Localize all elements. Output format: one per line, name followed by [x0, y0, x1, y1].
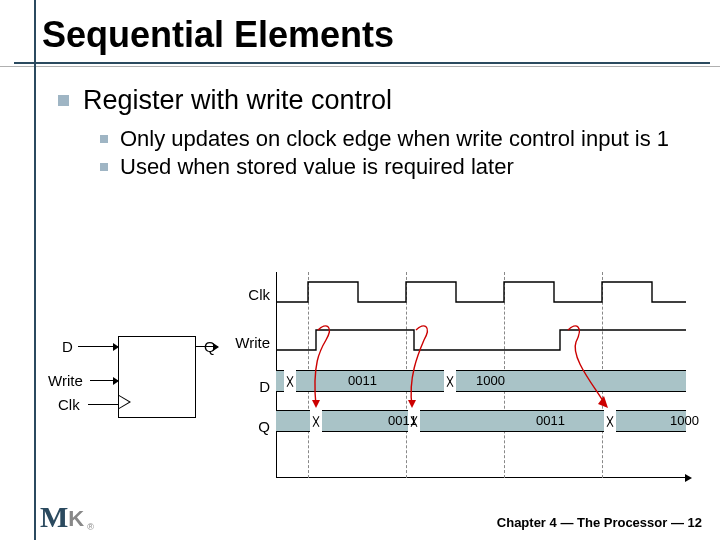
row-label-write: Write [226, 334, 270, 351]
logo-m: M [40, 502, 68, 532]
row-label-clk: Clk [226, 286, 270, 303]
bullet-level1-text: Register with write control [83, 85, 392, 116]
signal-arrow [90, 380, 118, 381]
content-area: Register with write control Only updates… [0, 67, 720, 181]
bullet-level2-text: Only updates on clock edge when write co… [120, 126, 669, 152]
logo-k: K [68, 506, 84, 532]
diagram-area: D Q Write Clk Clk Write D [48, 278, 688, 480]
bullet-level2: Only updates on clock edge when write co… [100, 126, 696, 152]
row-label-q: Q [226, 418, 270, 435]
bullet-level2: Used when stored value is required later [100, 154, 696, 180]
signal-arrow [78, 346, 118, 347]
register-box [118, 336, 196, 418]
bullet-level1: Register with write control [58, 85, 696, 116]
footer-text: Chapter 4 — The Processor — 12 [497, 515, 702, 530]
causal-arrows [276, 278, 686, 478]
signal-arrow [196, 346, 218, 347]
square-bullet-icon [100, 163, 108, 171]
logo-registered: ® [87, 522, 94, 532]
timing-diagram: Clk Write D 0011 1000 [276, 278, 686, 478]
signal-label-d: D [62, 338, 73, 355]
publisher-logo: M K ® [40, 504, 104, 532]
clock-triangle-icon [119, 395, 131, 409]
svg-marker-2 [598, 396, 608, 408]
bullet-level2-text: Used when stored value is required later [120, 154, 514, 180]
svg-marker-0 [312, 400, 320, 408]
signal-label-clk: Clk [58, 396, 80, 413]
square-bullet-icon [58, 95, 69, 106]
square-bullet-icon [100, 135, 108, 143]
svg-marker-1 [408, 400, 416, 408]
slide-title: Sequential Elements [0, 0, 720, 60]
row-label-d: D [226, 378, 270, 395]
title-rule [14, 62, 710, 64]
signal-label-write: Write [48, 372, 83, 389]
signal-line [88, 404, 118, 405]
vertical-accent-line [34, 0, 36, 540]
